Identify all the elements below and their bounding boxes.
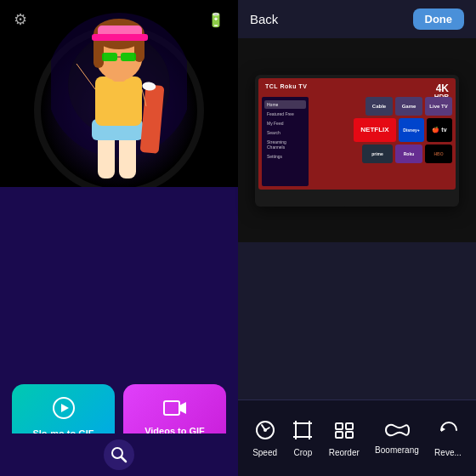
battery-icon: 🔋 — [207, 12, 224, 28]
svg-marker-49 — [441, 427, 445, 432]
speed-icon — [255, 420, 275, 445]
back-button[interactable]: Back — [250, 12, 278, 26]
boomerang-icon — [384, 422, 410, 442]
tv-stand — [344, 200, 370, 207]
tv-menu: Home Featured Free My Feed Search Stream… — [262, 97, 309, 186]
right-header: Back Done — [238, 0, 476, 38]
svg-rect-13 — [102, 53, 117, 61]
speed-tool[interactable]: Speed — [247, 416, 282, 461]
dark-section — [238, 242, 476, 400]
done-button[interactable]: Done — [413, 8, 465, 30]
tv-app-cable: Cable — [366, 97, 393, 116]
crop-icon — [292, 420, 313, 445]
svg-marker-21 — [61, 404, 69, 412]
videos-icon — [163, 399, 187, 421]
tv-menu-streaming: Streaming Channels — [264, 138, 306, 151]
settings-icon[interactable]: ⚙ — [14, 10, 27, 29]
boomerang-tool[interactable]: Boomerang — [370, 419, 424, 458]
left-panel: ⚙ 🔋 — [0, 0, 238, 476]
tv-app-roku: Roku — [395, 144, 422, 163]
search-icon — [110, 446, 128, 463]
reorder-icon — [334, 420, 354, 445]
left-bottom-bar — [0, 434, 238, 476]
boomerang-label: Boomerang — [375, 445, 419, 455]
svg-point-35 — [264, 428, 267, 432]
svg-rect-5 — [95, 76, 142, 126]
tv-app-appletv: 🍎 tv — [427, 118, 452, 142]
svg-rect-36 — [296, 423, 309, 437]
tv-menu-featured: Featured Free — [264, 110, 306, 118]
svg-rect-46 — [346, 423, 353, 429]
reverse-label: Reve... — [434, 448, 462, 457]
reverse-icon — [438, 420, 458, 445]
tv-brand-label: TCL Roku TV — [265, 83, 307, 89]
tv-menu-settings: Settings — [264, 152, 306, 161]
slomo-icon — [52, 396, 76, 423]
right-tools-bar: Speed Crop — [238, 400, 476, 476]
svg-rect-48 — [346, 432, 353, 438]
svg-rect-45 — [336, 423, 343, 429]
search-button[interactable] — [104, 439, 134, 470]
tv-menu-home: Home — [264, 100, 306, 109]
reverse-tool[interactable]: Reve... — [429, 416, 467, 461]
tv-preview: TCL Roku TV 4K HDR Home Featured Free My… — [238, 38, 476, 242]
svg-rect-14 — [121, 53, 136, 61]
reorder-label: Reorder — [329, 448, 360, 457]
crop-tool[interactable]: Crop — [287, 416, 318, 461]
tv-menu-myfeed: My Feed — [264, 119, 306, 128]
tv-app-hbo: HBO — [425, 144, 452, 163]
tv-4k-text: 4K — [434, 83, 449, 94]
tv-app-netflix: NETFLIX — [354, 118, 396, 142]
tv-app-games: Game — [395, 97, 422, 116]
tv-app-disney: Disney+ — [399, 118, 424, 142]
reorder-tool[interactable]: Reorder — [324, 416, 365, 461]
tv-apps: Cable Game Live TV NETFLIX Disney+ 🍎 tv … — [311, 97, 452, 186]
tv-screen: TCL Roku TV 4K HDR Home Featured Free My… — [258, 78, 456, 190]
speed-label: Speed — [252, 448, 277, 457]
svg-rect-47 — [336, 432, 343, 438]
right-panel: Back Done TCL Roku TV 4K HDR Home Featur… — [238, 0, 476, 476]
crop-label: Crop — [294, 448, 313, 457]
tv-image: TCL Roku TV 4K HDR Home Featured Free My… — [255, 75, 459, 207]
left-header: ⚙ 🔋 — [0, 0, 238, 36]
tv-apps-row-1: Cable Game Live TV — [311, 97, 452, 116]
tv-menu-search: Search — [264, 128, 306, 137]
tv-apps-row-2: NETFLIX Disney+ 🍎 tv — [311, 118, 452, 142]
svg-marker-23 — [179, 402, 186, 414]
svg-line-33 — [122, 457, 126, 462]
tv-app-livetv: Live TV — [425, 97, 452, 116]
tv-apps-row-3: prime Roku HBO — [311, 144, 452, 163]
tv-app-prime: prime — [362, 144, 393, 163]
svg-rect-22 — [164, 401, 179, 415]
